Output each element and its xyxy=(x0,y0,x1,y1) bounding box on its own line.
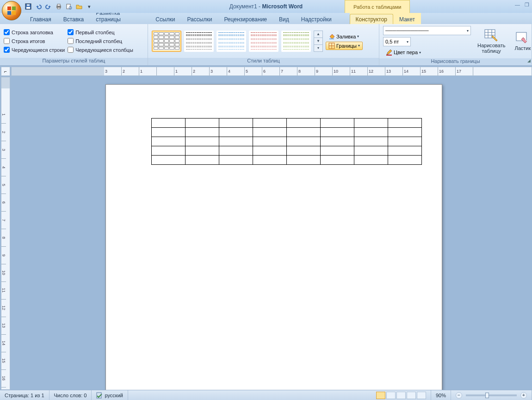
document-name: Документ1 xyxy=(229,3,257,10)
draw-table-icon xyxy=(484,29,499,42)
gallery-up[interactable]: ▲ xyxy=(314,31,322,38)
office-button[interactable] xyxy=(2,1,21,20)
svg-rect-4 xyxy=(57,4,60,6)
table-style-4[interactable] xyxy=(249,31,278,52)
svg-rect-5 xyxy=(57,7,60,9)
document-page[interactable] xyxy=(105,84,442,390)
save-icon[interactable] xyxy=(24,2,32,11)
line-style-combo[interactable]: ────────────▾ xyxy=(383,26,471,35)
group-table-style-options: Строка заголовка Строка итогов Чередующи… xyxy=(0,24,148,65)
redo-icon[interactable] xyxy=(44,2,53,11)
draw-table-button[interactable]: Нарисовать таблицу xyxy=(475,28,508,55)
tab-layout[interactable]: Макет xyxy=(393,14,421,24)
restore-button[interactable]: ❐ xyxy=(525,2,529,8)
tab-home[interactable]: Главная xyxy=(24,14,57,24)
spellcheck-icon xyxy=(96,392,103,399)
tab-addins[interactable]: Надстройки xyxy=(295,14,338,24)
status-word-count[interactable]: Число слов: 0 xyxy=(49,390,92,400)
group-table-styles: ▲ ▼ ▾ Заливка▾ Границы▾ Стили таблиц xyxy=(148,24,379,65)
table-style-2[interactable] xyxy=(184,31,214,52)
group-caption-styles: Стили таблиц xyxy=(148,58,379,65)
zoom-slider[interactable] xyxy=(466,394,517,396)
status-page[interactable]: Страница: 1 из 1 xyxy=(0,390,49,400)
contextual-tab-header: Работа с таблицами xyxy=(345,0,410,13)
borders-button[interactable]: Границы▾ xyxy=(326,42,363,50)
document-area: ⌐ 3211234567891011121314151617 123456789… xyxy=(0,66,532,390)
minimize-button[interactable]: — xyxy=(515,2,520,8)
quick-access-toolbar: ▾ xyxy=(24,2,93,11)
borders-icon xyxy=(328,43,335,49)
pen-color-button[interactable]: Цвет пера▾ xyxy=(383,48,471,56)
status-bar: Страница: 1 из 1 Число слов: 0 русский 9… xyxy=(0,390,532,400)
view-full-screen[interactable] xyxy=(386,392,396,399)
view-outline[interactable] xyxy=(407,392,416,399)
chk-total-row[interactable]: Строка итогов xyxy=(4,38,65,44)
app-name: Microsoft Word xyxy=(262,3,303,10)
chk-first-column[interactable]: Первый столбец xyxy=(68,29,133,35)
gallery-down[interactable]: ▼ xyxy=(314,38,322,45)
eraser-button[interactable]: Ластик xyxy=(512,31,532,52)
title-bar: ▾ Документ1 - Microsoft Word Работа с та… xyxy=(0,0,532,13)
status-language[interactable]: русский xyxy=(92,390,128,400)
zoom-out-button[interactable]: − xyxy=(456,392,462,399)
chk-banded-rows[interactable]: Чередующиеся строки xyxy=(4,47,65,53)
group-caption-options: Параметры стилей таблиц xyxy=(0,58,148,65)
chk-header-row[interactable]: Строка заголовка xyxy=(4,29,65,35)
zoom-in-button[interactable]: + xyxy=(520,392,527,399)
view-print-layout[interactable] xyxy=(376,392,385,399)
chk-banded-columns[interactable]: Чередующиеся столбцы xyxy=(68,47,133,53)
table-style-5[interactable] xyxy=(281,31,311,52)
tab-review[interactable]: Рецензирование xyxy=(218,14,273,24)
horizontal-ruler[interactable]: 3211234567891011121314151617 xyxy=(11,67,532,76)
group-draw-borders: ────────────▾ 0,5 пт▾ Цвет пера▾ Нарисов… xyxy=(379,24,532,65)
table-style-3[interactable] xyxy=(217,31,246,52)
bucket-icon xyxy=(328,33,335,40)
document-table[interactable] xyxy=(151,118,422,165)
table-style-1[interactable] xyxy=(152,31,181,52)
view-draft[interactable] xyxy=(417,392,426,399)
tab-view[interactable]: Вид xyxy=(273,14,295,24)
tab-references[interactable]: Ссылки xyxy=(149,14,181,24)
svg-rect-2 xyxy=(27,4,30,6)
eraser-icon xyxy=(515,31,530,44)
undo-icon[interactable] xyxy=(34,2,43,11)
vertical-ruler[interactable]: 1234567891011121314151617 xyxy=(1,77,10,390)
svg-rect-8 xyxy=(329,38,334,39)
chk-last-column[interactable]: Последний столбец xyxy=(68,38,133,44)
print-preview-icon[interactable] xyxy=(65,2,73,11)
qat-more-icon[interactable]: ▾ xyxy=(85,2,93,11)
print-icon[interactable] xyxy=(55,2,63,11)
line-weight-combo[interactable]: 0,5 пт▾ xyxy=(383,37,411,46)
ribbon-tabs: Главная Вставка Разметка страницы Ссылки… xyxy=(0,13,532,24)
svg-rect-12 xyxy=(386,55,392,56)
tab-selector[interactable]: ⌐ xyxy=(1,67,10,76)
gallery-scroll: ▲ ▼ ▾ xyxy=(314,31,323,52)
dialog-launcher[interactable]: ◢ xyxy=(527,58,531,63)
ribbon: Строка заголовка Строка итогов Чередующи… xyxy=(0,24,532,66)
tab-mailings[interactable]: Рассылки xyxy=(181,14,218,24)
status-zoom[interactable]: 90% xyxy=(431,390,451,400)
gallery-more[interactable]: ▾ xyxy=(314,45,322,51)
group-caption-draw: Нарисовать границы◢ xyxy=(379,58,532,65)
open-icon[interactable] xyxy=(75,2,83,11)
view-web-layout[interactable] xyxy=(396,392,406,399)
tab-insert[interactable]: Вставка xyxy=(57,14,90,24)
pen-icon xyxy=(386,49,392,56)
shading-button[interactable]: Заливка▾ xyxy=(326,32,363,41)
svg-rect-1 xyxy=(26,7,30,9)
tab-design[interactable]: Конструктор xyxy=(350,14,393,24)
